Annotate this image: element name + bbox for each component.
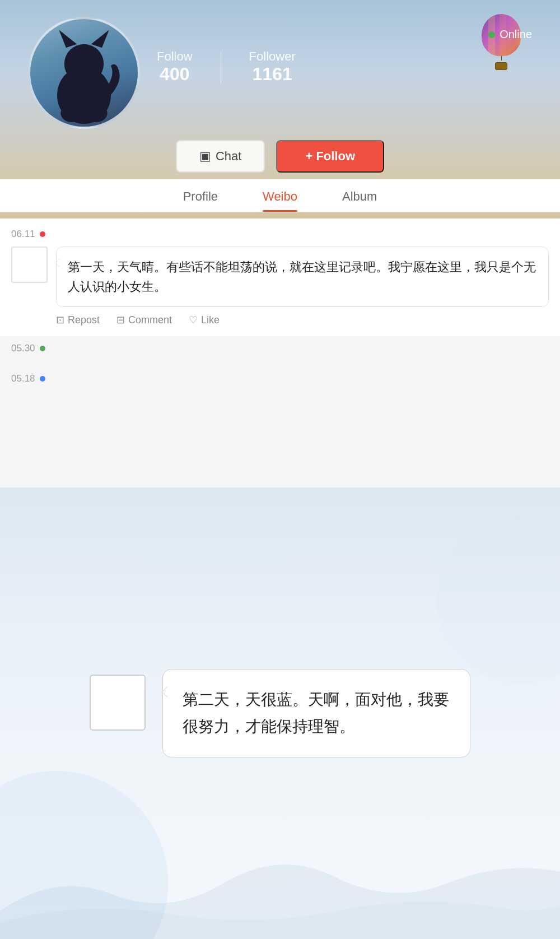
timeline-date-3: 05.18 (11, 373, 549, 384)
timeline-date-row-2: 05.30 (0, 337, 560, 366)
post-actions-1: ⊡ Repost ⊟ Comment ♡ Like (11, 314, 549, 326)
landscape-decoration (0, 827, 560, 939)
repost-button[interactable]: ⊡ Repost (56, 314, 100, 326)
comment-icon: ⊟ (116, 314, 125, 326)
comment-button[interactable]: ⊟ Comment (116, 314, 172, 326)
follower-count: 1161 (249, 64, 296, 85)
follow-button[interactable]: + Follow (276, 140, 384, 173)
tab-profile[interactable]: Profile (183, 189, 218, 212)
online-indicator: Online (157, 28, 532, 41)
svg-point-1 (64, 44, 104, 83)
bottom-post-text: 第二天，天很蓝。天啊，面对他，我要很努力，才能保持理智。 (183, 691, 449, 735)
follow-label: Follow (157, 49, 193, 64)
like-icon: ♡ (189, 314, 198, 326)
profile-header: Online Follow 400 Follower 1161 (28, 17, 532, 129)
action-buttons: ▣ Chat + Follow (28, 140, 532, 173)
bottom-content: 第二天，天很蓝。天啊，面对他，我要很努力，才能保持理智。 (45, 635, 515, 791)
bottom-avatar (90, 675, 146, 731)
online-text: Online (500, 28, 532, 41)
chat-button[interactable]: ▣ Chat (176, 140, 265, 173)
svg-point-4 (60, 104, 82, 122)
stats-row: Follow 400 Follower 1161 (157, 49, 532, 85)
bottom-section: 第二天，天很蓝。天啊，面对他，我要很努力，才能保持理智。 (0, 487, 560, 939)
follower-stat: Follower 1161 (249, 49, 296, 85)
repost-icon: ⊡ (56, 314, 64, 326)
follower-label: Follower (249, 49, 296, 64)
timeline-date-row-3: 05.18 (0, 368, 560, 397)
post-bubble-1: 第一天，天气晴。有些话不能坦荡的说，就在这里记录吧。我宁愿在这里，我只是个无人认… (56, 247, 549, 307)
tab-weibo[interactable]: Weibo (263, 189, 297, 212)
timeline-dot-3 (40, 376, 45, 382)
chat-label: Chat (216, 149, 241, 164)
repost-label: Repost (68, 314, 100, 326)
timeline-item-1: 06.11 第一天，天气晴。有些话不能坦荡的说，就在这里记录吧。我宁愿在这里，我… (0, 219, 560, 336)
tab-album[interactable]: Album (342, 189, 377, 212)
online-dot (488, 31, 495, 38)
stat-divider (221, 50, 221, 84)
timeline-date-2: 05.30 (11, 343, 549, 354)
timeline-dot-2 (40, 346, 45, 351)
follow-button-label: + Follow (305, 149, 355, 164)
timeline-dot-1 (40, 231, 45, 237)
follow-stat: Follow 400 (157, 49, 193, 85)
tab-navigation: Profile Weibo Album (0, 179, 560, 212)
feed-area: 06.11 第一天，天气晴。有些话不能坦荡的说，就在这里记录吧。我宁愿在这里，我… (0, 219, 560, 487)
svg-marker-2 (59, 30, 77, 48)
follow-count: 400 (157, 64, 193, 85)
like-button[interactable]: ♡ Like (189, 314, 220, 326)
bottom-bubble: 第二天，天很蓝。天啊，面对他，我要很努力，才能保持理智。 (162, 669, 470, 757)
chat-icon: ▣ (199, 149, 211, 164)
svg-marker-3 (91, 30, 109, 48)
post-avatar-1 (11, 247, 48, 283)
timeline-date-1: 06.11 (11, 229, 549, 240)
comment-label: Comment (128, 314, 172, 326)
like-label: Like (201, 314, 220, 326)
app-screenshot: Online Follow 400 Follower 1161 ▣ Chat +… (0, 0, 560, 487)
avatar (28, 17, 140, 129)
stats-area: Online Follow 400 Follower 1161 (157, 17, 532, 99)
svg-point-5 (86, 104, 107, 122)
post-row-1: 第一天，天气晴。有些话不能坦荡的说，就在这里记录吧。我宁愿在这里，我只是个无人认… (11, 247, 549, 307)
post-text-1: 第一天，天气晴。有些话不能坦荡的说，就在这里记录吧。我宁愿在这里，我只是个无人认… (68, 260, 536, 294)
